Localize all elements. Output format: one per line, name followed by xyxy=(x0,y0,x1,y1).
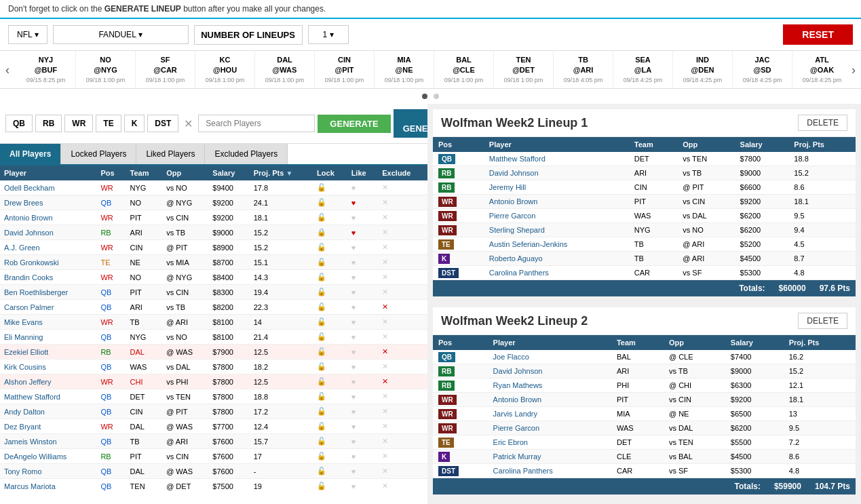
lock-cell[interactable]: 🔓 xyxy=(313,195,347,210)
exclude-cell[interactable]: ✕ xyxy=(378,285,427,300)
lock-cell[interactable]: 🔓 xyxy=(313,255,347,270)
lock-cell[interactable]: 🔓 xyxy=(313,434,347,449)
exclude-cell[interactable]: ✕ xyxy=(378,210,427,225)
game-item-5[interactable]: CIN@PIT09/18 1:00 pm xyxy=(315,51,375,88)
like-cell[interactable]: ♥ xyxy=(347,315,379,330)
lock-cell[interactable]: 🔓 xyxy=(313,360,347,374)
game-item-13[interactable]: ATL@OAK09/18 4:25 pm xyxy=(792,51,845,88)
like-cell[interactable]: ♥ xyxy=(347,360,379,374)
like-cell[interactable]: ♥ xyxy=(347,434,379,449)
like-cell[interactable]: ♥ xyxy=(347,419,379,434)
like-cell[interactable]: ♥ xyxy=(347,479,379,492)
lock-cell[interactable]: 🔓 xyxy=(313,330,347,345)
lock-cell[interactable]: 🔓 xyxy=(313,180,347,195)
reset-button[interactable]: RESET xyxy=(783,24,853,45)
lock-cell[interactable]: 🔓 xyxy=(313,404,347,419)
lock-cell[interactable]: 🔓 xyxy=(313,270,347,285)
like-cell[interactable]: ♥ xyxy=(347,255,379,270)
exclude-cell[interactable]: ✕ xyxy=(378,449,427,464)
platform-select[interactable]: FANDUEL ▾ xyxy=(53,25,189,44)
tab-locked[interactable]: Locked Players xyxy=(61,144,136,164)
exclude-cell[interactable]: ✕ xyxy=(378,360,427,374)
lock-cell[interactable]: 🔓 xyxy=(313,315,347,330)
game-item-2[interactable]: SF@CAR09/18 1:00 pm xyxy=(136,51,195,88)
lineups-count-select[interactable]: 1 ▾ xyxy=(308,25,349,44)
tab-all[interactable]: All Players xyxy=(0,144,61,164)
like-cell[interactable]: ♥ xyxy=(347,464,379,479)
like-cell[interactable]: ♥ xyxy=(347,195,379,210)
like-cell[interactable]: ♥ xyxy=(347,210,379,225)
exclude-cell[interactable]: ✕ xyxy=(378,464,427,479)
game-item-4[interactable]: DAL@WAS09/18 1:00 pm xyxy=(255,51,315,88)
lock-cell[interactable]: 🔓 xyxy=(313,210,347,225)
like-cell[interactable]: ♥ xyxy=(347,300,379,315)
lock-cell[interactable]: 🔓 xyxy=(313,240,347,255)
search-input[interactable] xyxy=(198,115,315,132)
exclude-cell[interactable]: ✕ xyxy=(378,270,427,285)
exclude-cell[interactable]: ✕ xyxy=(378,389,427,404)
pos-btn-rb[interactable]: RB xyxy=(35,115,62,132)
tab-excluded[interactable]: Excluded Players xyxy=(205,144,288,164)
exclude-cell[interactable]: ✕ xyxy=(378,300,427,315)
games-prev-arrow[interactable]: ‹ xyxy=(3,62,12,77)
sport-select[interactable]: NFL ▾ xyxy=(8,25,47,44)
game-item-0[interactable]: NYJ@BUF09/15 8:25 pm xyxy=(16,51,76,88)
like-cell[interactable]: ♥ xyxy=(347,389,379,404)
game-item-3[interactable]: KC@HOU09/18 1:00 pm xyxy=(195,51,255,88)
lock-cell[interactable]: 🔓 xyxy=(313,389,347,404)
exclude-cell[interactable]: ✕ xyxy=(378,255,427,270)
exclude-cell[interactable]: ✕ xyxy=(378,225,427,240)
game-item-12[interactable]: JAC@SD09/18 4:25 pm xyxy=(733,51,792,88)
exclude-cell[interactable]: ✕ xyxy=(378,330,427,345)
like-cell[interactable]: ♥ xyxy=(347,404,379,419)
game-item-10[interactable]: SEA@LA09/18 4:25 pm xyxy=(613,51,673,88)
like-cell[interactable]: ♥ xyxy=(347,330,379,345)
like-cell[interactable]: ♥ xyxy=(347,345,379,360)
exclude-cell[interactable]: ✕ xyxy=(378,404,427,419)
exclude-cell[interactable]: ✕ xyxy=(378,195,427,210)
lock-cell[interactable]: 🔓 xyxy=(313,449,347,464)
pos-btn-k[interactable]: K xyxy=(124,115,145,132)
like-cell[interactable]: ♥ xyxy=(347,285,379,300)
lock-cell[interactable]: 🔓 xyxy=(313,285,347,300)
like-cell[interactable]: ♥ xyxy=(347,180,379,195)
generate-button[interactable]: GENERATE xyxy=(318,115,390,133)
pos-btn-dst[interactable]: DST xyxy=(147,115,178,132)
game-item-9[interactable]: TB@ARI09/18 4:05 pm xyxy=(554,51,613,88)
exclude-cell[interactable]: ✕ xyxy=(378,240,427,255)
exclude-cell[interactable]: ✕ xyxy=(378,419,427,434)
pos-btn-wr[interactable]: WR xyxy=(64,115,93,132)
like-cell[interactable]: ♥ xyxy=(347,240,379,255)
lock-cell[interactable]: 🔓 xyxy=(313,374,347,389)
like-cell[interactable]: ♥ xyxy=(347,374,379,389)
delete-lineup-1-button[interactable]: DELETE xyxy=(798,115,847,131)
delete-lineup-2-button[interactable]: DELETE xyxy=(798,313,847,329)
lock-cell[interactable]: 🔓 xyxy=(313,300,347,315)
tab-liked[interactable]: Liked Players xyxy=(136,144,205,164)
pos-btn-te[interactable]: TE xyxy=(96,115,121,132)
game-item-1[interactable]: NO@NYG09/18 1:00 pm xyxy=(76,51,136,88)
exclude-cell[interactable]: ✕ xyxy=(378,180,427,195)
game-item-8[interactable]: TEN@DET09/18 1:00 pm xyxy=(494,51,554,88)
exclude-cell[interactable]: ✕ xyxy=(378,374,427,389)
games-next-arrow[interactable]: › xyxy=(849,62,858,77)
exclude-cell[interactable]: ✕ xyxy=(378,345,427,360)
pos-btn-qb[interactable]: QB xyxy=(5,115,33,132)
exclude-cell[interactable]: ✕ xyxy=(378,434,427,449)
list-item: TEAustin Seferian-JenkinsTB@ ARI$52004.5 xyxy=(433,237,856,252)
clear-filter-button[interactable]: ✕ xyxy=(181,117,195,130)
exclude-cell[interactable]: ✕ xyxy=(378,315,427,330)
lock-cell[interactable]: 🔓 xyxy=(313,464,347,479)
lock-cell[interactable]: 🔓 xyxy=(313,419,347,434)
like-cell[interactable]: ♥ xyxy=(347,270,379,285)
lock-cell[interactable]: 🔓 xyxy=(313,345,347,360)
lock-cell[interactable]: 🔒 xyxy=(313,225,347,240)
game-dots xyxy=(0,89,861,104)
exclude-cell[interactable]: ✕ xyxy=(378,479,427,492)
like-cell[interactable]: ♥ xyxy=(347,449,379,464)
game-item-7[interactable]: BAL@CLE09/18 1:00 pm xyxy=(434,51,494,88)
like-cell[interactable]: ♥ xyxy=(347,225,379,240)
game-item-11[interactable]: IND@DEN09/18 4:25 pm xyxy=(673,51,733,88)
lock-cell[interactable]: 🔓 xyxy=(313,479,347,492)
game-item-6[interactable]: MIA@NE09/18 1:00 pm xyxy=(375,51,434,88)
